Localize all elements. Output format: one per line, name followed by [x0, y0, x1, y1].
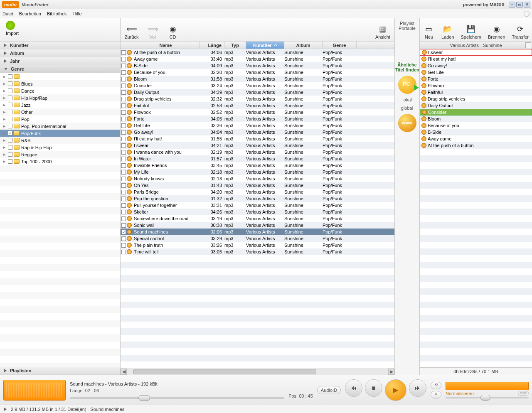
col-album[interactable]: Album	[284, 42, 323, 49]
menu-hilfe[interactable]: Hilfe	[73, 11, 82, 16]
track-row[interactable]: In Water01:57mp3Various ArtistsSunshineP…	[121, 155, 394, 162]
edit-playlist-icon[interactable]	[525, 42, 531, 48]
expand-icon[interactable]: ▸	[2, 109, 7, 115]
track-row[interactable]: The plain truth03:26mp3Various ArtistsSu…	[121, 242, 394, 248]
track-row[interactable]: Somewhere down the road03:19mp3Various A…	[121, 215, 394, 222]
genre-item[interactable]: ▸R&B	[0, 137, 120, 144]
close-button[interactable]: ✕	[524, 2, 530, 7]
playlist-item[interactable]: I'll eat my hat!	[420, 56, 532, 62]
genre-checkbox[interactable]	[8, 138, 12, 143]
genre-checkbox[interactable]	[8, 81, 12, 86]
transfer-button[interactable]: ⟳Transfer	[512, 25, 529, 39]
track-checkbox[interactable]	[121, 90, 126, 95]
track-checkbox[interactable]	[121, 70, 126, 75]
track-checkbox[interactable]	[121, 183, 126, 188]
genre-item[interactable]: ▸Blues	[0, 80, 120, 87]
playlist-item[interactable]: Faithful	[420, 89, 532, 96]
genre-checkbox[interactable]	[8, 96, 12, 100]
genre-item[interactable]: ▸Jazz	[0, 101, 120, 108]
track-checkbox[interactable]	[121, 230, 126, 234]
track-checkbox[interactable]	[121, 123, 126, 128]
seek-slider[interactable]	[70, 397, 284, 399]
prev-button[interactable]: ⏮	[345, 379, 362, 397]
track-checkbox[interactable]	[121, 103, 126, 108]
track-checkbox[interactable]	[121, 110, 126, 115]
track-row[interactable]: Pull yourself together03:31mp3Various Ar…	[121, 202, 394, 209]
track-row[interactable]: I wanna dance with you02:19mp3Various Ar…	[121, 149, 394, 155]
new-button[interactable]: ▭Neu	[423, 25, 435, 39]
track-row[interactable]: Invisible Friends03:45mp3Various Artists…	[121, 162, 394, 169]
import-section[interactable]: Import	[0, 18, 120, 42]
track-checkbox[interactable]	[121, 64, 126, 68]
track-checkbox[interactable]	[121, 223, 126, 228]
track-row[interactable]: Paris Bridge04:20mp3Various ArtistsSunsh…	[121, 189, 394, 195]
status-expand-icon[interactable]	[4, 408, 7, 411]
track-checkbox[interactable]	[121, 143, 126, 148]
col-checkbox[interactable]	[121, 42, 132, 49]
track-row[interactable]: Pop the question01:32mp3Various ArtistsS…	[121, 195, 394, 202]
forward-button[interactable]: ⟹Vor	[147, 25, 159, 39]
playlist-item[interactable]: Daily Output	[420, 102, 532, 109]
track-checkbox[interactable]	[121, 203, 126, 208]
menu-bibliothek[interactable]: Bibliothek	[47, 11, 67, 16]
nav-album[interactable]: Album	[0, 49, 120, 57]
cd-button[interactable]: ◉CD	[167, 25, 179, 39]
genre-item[interactable]: ▸	[0, 73, 120, 80]
expand-icon[interactable]: ▸	[2, 159, 7, 164]
track-checkbox[interactable]	[121, 210, 126, 214]
genre-item[interactable]: ▸Other	[0, 108, 120, 116]
track-row[interactable]: I swear04:21mp3Various ArtistsSunshinePo…	[121, 142, 394, 149]
track-checkbox[interactable]	[121, 216, 126, 221]
genre-checkbox[interactable]	[8, 103, 12, 107]
expand-icon[interactable]: ▸	[2, 152, 7, 157]
genre-checkbox[interactable]	[8, 124, 12, 128]
track-checkbox[interactable]	[121, 84, 126, 88]
track-row[interactable]: Oh Yes01:43mp3Various ArtistsSunshinePop…	[121, 182, 394, 189]
nav-jahr[interactable]: Jahr	[0, 57, 120, 65]
track-checkbox[interactable]	[121, 236, 126, 241]
track-row[interactable]: Sonic wall00:38mp3Various ArtistsSunshin…	[121, 222, 394, 229]
genre-item[interactable]: ▸Pop	[0, 116, 120, 123]
playlist-body[interactable]: I swearI'll eat my hat!Go away!Get LifeF…	[420, 49, 532, 367]
track-row[interactable]: I'll eat my hat!01:55mp3Various ArtistsS…	[121, 135, 394, 142]
track-checkbox[interactable]	[121, 157, 126, 161]
genre-item[interactable]: ▸Dance	[0, 87, 120, 94]
genre-checkbox[interactable]	[8, 88, 12, 93]
track-checkbox[interactable]	[121, 243, 126, 248]
shuffle-button[interactable]: ⤨	[431, 391, 441, 398]
genre-item[interactable]: ▸Top 100 - 2000	[0, 158, 120, 165]
expand-icon[interactable]: ▸	[2, 74, 7, 79]
genre-checkbox[interactable]	[8, 131, 12, 135]
col-typ[interactable]: Typ	[224, 42, 246, 49]
play-button[interactable]: ▶	[385, 379, 406, 401]
col-name[interactable]: Name	[132, 42, 200, 49]
genre-checkbox[interactable]	[8, 145, 12, 150]
track-checkbox[interactable]	[121, 163, 126, 168]
playlist-item[interactable]: Away game	[420, 135, 532, 142]
genre-checkbox[interactable]	[8, 152, 12, 157]
col-kuenstler[interactable]: Künstler ^	[246, 42, 284, 49]
expand-icon[interactable]: ▸	[2, 116, 7, 122]
track-checkbox[interactable]	[121, 197, 126, 201]
track-row[interactable]: Get Life03:36mp3Various ArtistsSunshineP…	[121, 122, 394, 129]
load-button[interactable]: 📂Laden	[441, 25, 454, 39]
genre-item[interactable]: ▸Rap & Hip Hop	[0, 144, 120, 151]
track-checkbox[interactable]	[121, 137, 126, 141]
menu-bearbeiten[interactable]: Bearbeiten	[19, 11, 41, 16]
genre-item[interactable]: ▸Reggae	[0, 151, 120, 158]
genre-checkbox[interactable]	[8, 74, 12, 79]
view-button[interactable]: ▦Ansicht	[375, 25, 390, 39]
track-checkbox[interactable]	[121, 190, 126, 194]
audioid-button[interactable]: AudioID	[317, 386, 341, 394]
genre-item[interactable]: ▸Pop/Funk	[0, 130, 120, 137]
track-row[interactable]: Consider03:24mp3Various ArtistsSunshineP…	[121, 82, 394, 89]
save-button[interactable]: 💾Speichern	[461, 25, 481, 39]
find-similar-local-button[interactable]	[398, 76, 416, 94]
next-button[interactable]: ⏭	[409, 379, 426, 397]
track-row[interactable]: My Life02:18mp3Various ArtistsSunshinePo…	[121, 169, 394, 175]
menu-datei[interactable]: Datei	[2, 11, 13, 16]
genre-checkbox[interactable]	[8, 159, 12, 164]
expand-icon[interactable]: ▸	[2, 123, 7, 129]
expand-icon[interactable]: ▸	[2, 95, 7, 101]
track-row[interactable]: Bloom01:58mp3Various ArtistsSunshinePop/…	[121, 76, 394, 82]
